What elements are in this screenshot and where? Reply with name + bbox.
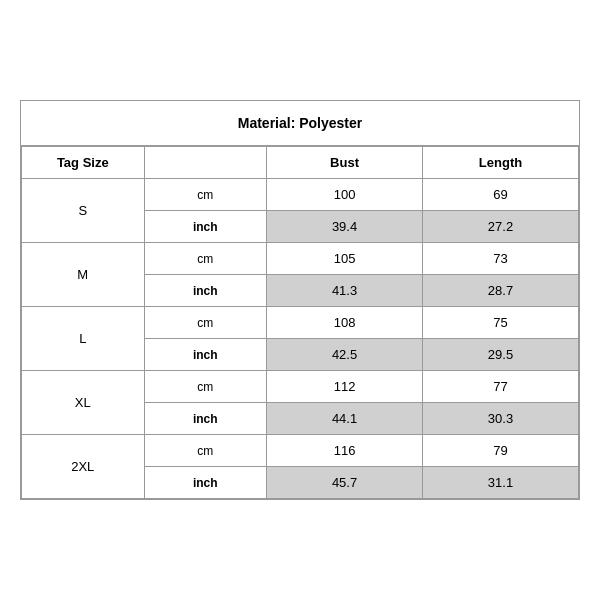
unit-cell-inch: inch: [144, 211, 267, 243]
unit-cell-inch: inch: [144, 403, 267, 435]
bust-inch-value: 44.1: [267, 403, 423, 435]
unit-cell-inch: inch: [144, 339, 267, 371]
size-cell: S: [22, 179, 145, 243]
unit-cell-cm: cm: [144, 179, 267, 211]
length-inch-value: 27.2: [423, 211, 579, 243]
unit-cell-inch: inch: [144, 467, 267, 499]
length-cm-value: 77: [423, 371, 579, 403]
size-cell: L: [22, 307, 145, 371]
unit-cell-cm: cm: [144, 307, 267, 339]
length-cm-value: 73: [423, 243, 579, 275]
unit-cell-inch: inch: [144, 275, 267, 307]
bust-inch-value: 41.3: [267, 275, 423, 307]
size-chart-container: Material: Polyester Tag Size Bust Length…: [20, 100, 580, 500]
length-inch-value: 28.7: [423, 275, 579, 307]
bust-inch-value: 39.4: [267, 211, 423, 243]
unit-cell-cm: cm: [144, 243, 267, 275]
length-cm-value: 75: [423, 307, 579, 339]
unit-cell-cm: cm: [144, 371, 267, 403]
bust-cm-value: 105: [267, 243, 423, 275]
bust-inch-value: 45.7: [267, 467, 423, 499]
size-cell: XL: [22, 371, 145, 435]
size-cell: 2XL: [22, 435, 145, 499]
size-cell: M: [22, 243, 145, 307]
table-row: Scm10069: [22, 179, 579, 211]
col-length: Length: [423, 147, 579, 179]
col-bust: Bust: [267, 147, 423, 179]
table-row: Lcm10875: [22, 307, 579, 339]
length-cm-value: 79: [423, 435, 579, 467]
bust-inch-value: 42.5: [267, 339, 423, 371]
length-cm-value: 69: [423, 179, 579, 211]
bust-cm-value: 112: [267, 371, 423, 403]
bust-cm-value: 116: [267, 435, 423, 467]
bust-cm-value: 108: [267, 307, 423, 339]
col-tag-size: Tag Size: [22, 147, 145, 179]
length-inch-value: 31.1: [423, 467, 579, 499]
table-row: XLcm11277: [22, 371, 579, 403]
table-row: Mcm10573: [22, 243, 579, 275]
chart-title: Material: Polyester: [21, 101, 579, 146]
size-table: Tag Size Bust Length Scm10069inch39.427.…: [21, 146, 579, 499]
table-row: 2XLcm11679: [22, 435, 579, 467]
length-inch-value: 30.3: [423, 403, 579, 435]
col-unit-header: [144, 147, 267, 179]
bust-cm-value: 100: [267, 179, 423, 211]
unit-cell-cm: cm: [144, 435, 267, 467]
length-inch-value: 29.5: [423, 339, 579, 371]
